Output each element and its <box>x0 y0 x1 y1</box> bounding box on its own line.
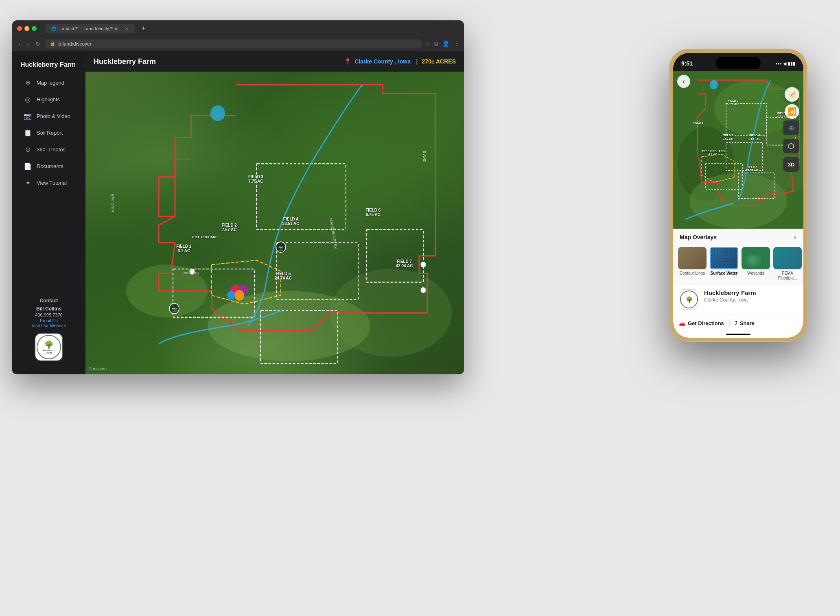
tab-close-button[interactable]: ✕ <box>125 26 128 31</box>
contact-phone: 406.995.7370 <box>20 312 77 317</box>
browser-toolbar: ‹ › ↻ 🔒 id.land/discover ☆ ⧉ 👤 ⋮ <box>12 37 464 51</box>
overlay-thumb-wetlands[interactable] <box>742 247 770 269</box>
phone-back-button[interactable]: ‹ <box>677 75 690 88</box>
svg-point-16 <box>421 288 426 293</box>
view-tutorial-icon: ✦ <box>24 179 32 187</box>
app-content: Huckleberry Farm ❄ Map legend ◎ Highligh… <box>12 51 464 374</box>
share-button[interactable]: ⤴ Share <box>735 319 755 327</box>
svg-text:MALONE CREEK: MALONE CREEK <box>329 218 338 250</box>
overlay-thumb-fema[interactable] <box>773 247 802 269</box>
field-4-label: FIELD 433.51 AC <box>282 217 300 226</box>
wifi-icon: ◀ <box>783 61 786 66</box>
fema-thumbnail <box>773 247 802 269</box>
map-boundary-svg: 📷 📷 KING AVE E AVE 205TH ST <box>85 72 464 374</box>
svg-rect-8 <box>260 311 338 363</box>
browser-window: 🌐 Land id™ – Land Identity™ &... ✕ + ‹ ›… <box>12 20 464 374</box>
menu-icon[interactable]: ⋮ <box>453 40 459 47</box>
field-2-label: FIELD 27.57 AC <box>222 223 237 232</box>
email-link[interactable]: Email Us <box>20 318 77 323</box>
farm-card-logo: 🌳 <box>679 289 699 310</box>
sidebar-item-soil-report[interactable]: 📋 Soil Report <box>15 125 82 141</box>
phone-layers-button[interactable]: ⬡ <box>783 139 799 153</box>
phone-map[interactable]: FIELD 37.75 AC FIELD 27.57 AC FIELD 433.… <box>673 71 803 229</box>
farm-card-logo-inner: 🌳 <box>680 291 698 308</box>
directions-label: Get Directions <box>688 320 724 326</box>
documents-icon: 📄 <box>24 162 32 170</box>
map-overlays-header: Map Overlays ∨ <box>673 229 803 244</box>
svg-point-2 <box>126 264 208 317</box>
phone-field1-label: FIELD 1 <box>693 121 703 125</box>
new-tab-button[interactable]: + <box>141 24 146 33</box>
overlay-item-contour[interactable]: Contour Lines <box>678 247 707 281</box>
sidebar-label-view-tutorial: View Tutorial <box>37 180 67 186</box>
share-label: Share <box>740 320 755 326</box>
phone-wifi-button[interactable]: 📶 <box>785 104 799 119</box>
map-header: Huckleberry Farm 📍 Clarke County , Iowa … <box>85 51 464 72</box>
phone-compass-button[interactable]: 🧭 <box>785 87 799 102</box>
phone-3d-button[interactable]: 3D <box>783 157 799 172</box>
svg-rect-6 <box>366 229 423 282</box>
svg-point-17 <box>230 285 240 295</box>
surface-water-label: Surface Water <box>711 271 738 276</box>
svg-point-15 <box>421 262 426 267</box>
browser-toolbar-icons: ☆ ⧉ 👤 ⋮ <box>425 40 459 47</box>
satellite-map[interactable]: 📷 📷 KING AVE E AVE 205TH ST <box>85 72 464 374</box>
phone-actions: 🚗 Get Directions ⤴ Share <box>673 315 803 331</box>
overlay-item-fema[interactable]: FEMA Floodpla... <box>773 247 802 281</box>
overlay-item-wetlands[interactable]: Wetlands <box>742 247 770 281</box>
sidebar-item-view-tutorial[interactable]: ✦ View Tutorial <box>15 175 82 191</box>
address-bar[interactable]: 🔒 id.land/discover <box>45 39 422 48</box>
svg-point-19 <box>234 290 244 301</box>
svg-text:KING AVE: KING AVE <box>111 194 115 212</box>
scroll-indicator-wrap <box>673 331 803 338</box>
highlights-icon: ◎ <box>24 96 32 103</box>
360-photos-icon: ⊙ <box>24 146 32 153</box>
profile-icon[interactable]: 👤 <box>442 40 449 47</box>
app-title: Huckleberry Farm <box>12 58 85 75</box>
get-directions-button[interactable]: 🚗 Get Directions <box>679 319 724 327</box>
phone-field2-label: FIELD 27.57 AC <box>723 134 733 141</box>
phone-field4-label: FIELD 433.51 AC <box>749 134 761 141</box>
map-location: 📍 Clarke County , Iowa | 270± ACRES <box>344 58 456 65</box>
overlay-thumb-surface-water[interactable] <box>710 247 738 269</box>
back-button[interactable]: ‹ <box>17 39 22 49</box>
overlays-chevron-icon[interactable]: ∨ <box>793 234 797 240</box>
svg-text:205TH ST: 205TH ST <box>183 271 200 275</box>
svg-point-14 <box>190 269 195 274</box>
sidebar-item-photo-video[interactable]: 📷 Photo & Video <box>15 108 82 124</box>
farm-card-info: Huckleberry Farm Clarke County, Iowa <box>704 289 798 303</box>
sidebar-item-highlights[interactable]: ◎ Highlights <box>15 92 82 107</box>
map-area[interactable]: Huckleberry Farm 📍 Clarke County , Iowa … <box>85 51 464 374</box>
minimize-dot[interactable] <box>24 26 29 31</box>
svg-text:📷: 📷 <box>172 306 177 312</box>
browser-tab[interactable]: 🌐 Land id™ – Land Identity™ &... ✕ <box>45 24 135 33</box>
phone-field3-label: FIELD 37.75 AC <box>728 99 738 106</box>
map-legend-icon: ❄ <box>24 79 32 87</box>
logo-farm-name: HuckleberryFARM <box>43 349 55 354</box>
website-link[interactable]: Visit Our Website <box>20 323 77 328</box>
extensions-icon[interactable]: ⧉ <box>434 40 438 47</box>
close-dot[interactable] <box>17 26 22 31</box>
svg-text:E AVE: E AVE <box>422 151 427 162</box>
refresh-button[interactable]: ↻ <box>34 39 42 49</box>
svg-point-20 <box>227 291 235 300</box>
overlay-item-surface-water[interactable]: Surface Water <box>710 247 738 281</box>
sidebar: Huckleberry Farm ❄ Map legend ◎ Highligh… <box>12 51 85 374</box>
sidebar-label-360-photos: 360° Photos <box>37 146 66 153</box>
window-controls <box>17 26 37 31</box>
sidebar-item-map-legend[interactable]: ❄ Map legend <box>15 75 82 91</box>
svg-point-3 <box>330 269 452 357</box>
sidebar-item-360-photos[interactable]: ⊙ 360° Photos <box>15 142 82 157</box>
overlay-thumb-contour[interactable] <box>678 247 707 269</box>
map-overlays-title: Map Overlays <box>680 234 717 240</box>
bookmark-icon[interactable]: ☆ <box>425 40 430 47</box>
forward-button[interactable]: › <box>26 39 31 49</box>
maximize-dot[interactable] <box>32 26 37 31</box>
share-icon: ⤴ <box>735 320 737 326</box>
phone-location-button[interactable]: ⊕ <box>783 120 799 135</box>
sidebar-label-highlights: Highlights <box>37 96 60 103</box>
tree-orchard-label: TREE ORCHARD <box>191 235 217 239</box>
sidebar-nav: ❄ Map legend ◎ Highlights 📷 Photo & Vide… <box>12 75 85 291</box>
location-county: Clarke County , Iowa <box>354 58 411 65</box>
sidebar-item-documents[interactable]: 📄 Documents <box>15 158 82 174</box>
